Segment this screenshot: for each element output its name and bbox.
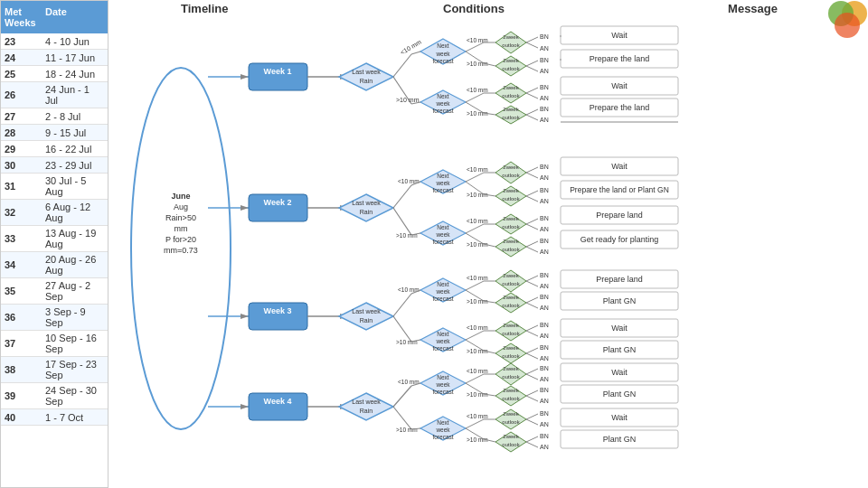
- svg-text:outlook: outlook: [502, 353, 520, 359]
- sidebar-header: MetWeeks Date: [1, 1, 108, 33]
- svg-line-250: [526, 419, 538, 425]
- sidebar-col-date-header: Date: [45, 6, 104, 28]
- sidebar-row: 3420 Aug - 26 Aug: [1, 252, 108, 278]
- svg-text:BN: BN: [540, 187, 549, 193]
- svg-line-172: [526, 276, 538, 281]
- svg-text:Last week: Last week: [352, 200, 381, 206]
- diagram-svg: June Aug Rain>50 mm P for>20 mm=0.73 Wee…: [108, 0, 868, 488]
- svg-line-55: [526, 61, 538, 66]
- svg-text:Plant GN: Plant GN: [603, 435, 637, 444]
- svg-text:forecast: forecast: [432, 108, 453, 114]
- svg-text:outlook: outlook: [502, 442, 520, 447]
- week-number: 32: [5, 207, 45, 218]
- svg-text:2week: 2week: [503, 85, 519, 90]
- svg-line-258: [526, 442, 538, 447]
- svg-text:mm: mm: [175, 224, 188, 233]
- date-range: 23 - 29 Jul: [45, 160, 104, 171]
- date-range: 16 - 22 Jul: [45, 144, 104, 155]
- svg-text:mm=0.73: mm=0.73: [164, 246, 198, 255]
- date-range: 6 Aug - 12 Aug: [45, 202, 104, 223]
- svg-text:Last week: Last week: [352, 399, 381, 405]
- svg-text:BN: BN: [540, 365, 549, 371]
- svg-text:AN: AN: [540, 305, 549, 311]
- svg-text:AN: AN: [540, 198, 549, 204]
- date-range: 17 Sep - 23 Sep: [45, 359, 104, 380]
- week-number: 38: [5, 364, 45, 375]
- svg-text:outlook: outlook: [502, 196, 520, 202]
- svg-line-65: [526, 93, 538, 99]
- svg-text:Plant GN: Plant GN: [603, 345, 637, 354]
- svg-line-114: [526, 173, 538, 178]
- sidebar-row: 289 - 15 Jul: [1, 125, 108, 141]
- svg-text:Aug: Aug: [174, 202, 188, 211]
- sidebar-row: 3527 Aug - 2 Sep: [1, 278, 108, 305]
- svg-text:AN: AN: [540, 95, 549, 101]
- date-range: 24 Sep - 30 Sep: [45, 385, 104, 407]
- svg-line-29: [411, 52, 420, 54]
- svg-text:2week: 2week: [503, 216, 519, 221]
- svg-line-220: [466, 374, 484, 383]
- svg-text:BN: BN: [540, 410, 549, 417]
- svg-line-148: [393, 316, 411, 342]
- svg-text:<10 mm: <10 mm: [467, 413, 488, 419]
- sidebar-row: 3313 Aug - 19 Aug: [1, 226, 108, 252]
- svg-line-188: [526, 325, 538, 331]
- svg-text:Rain: Rain: [360, 317, 373, 324]
- date-range: 1 - 7 Oct: [45, 412, 104, 423]
- sidebar-row: 401 - 7 Oct: [1, 409, 108, 426]
- svg-line-190: [526, 331, 538, 336]
- svg-text:AN: AN: [540, 68, 549, 74]
- svg-text:Rain: Rain: [360, 209, 373, 215]
- week-number: 27: [5, 111, 45, 122]
- svg-line-100: [466, 173, 484, 182]
- svg-text:Week 3: Week 3: [264, 306, 292, 315]
- svg-text:forecast: forecast: [432, 389, 453, 395]
- svg-text:Last week: Last week: [352, 69, 381, 75]
- svg-text:BN: BN: [540, 215, 549, 221]
- svg-line-63: [526, 88, 538, 93]
- svg-text:outlook: outlook: [502, 396, 520, 401]
- svg-line-35: [466, 42, 484, 52]
- svg-line-146: [393, 294, 411, 316]
- svg-text:outlook: outlook: [502, 247, 520, 252]
- sidebar: MetWeeks Date 234 - 10 Jun2411 - 17 Jun2…: [0, 0, 108, 488]
- svg-text:2week: 2week: [503, 388, 519, 393]
- svg-text:2week: 2week: [503, 164, 519, 170]
- svg-text:forecast: forecast: [432, 296, 453, 302]
- week-number: 23: [5, 36, 45, 47]
- svg-text:2week: 2week: [503, 411, 519, 417]
- svg-text:AN: AN: [540, 283, 549, 289]
- week-number: 28: [5, 127, 45, 138]
- svg-text:AN: AN: [540, 174, 549, 181]
- sidebar-row: 272 - 8 Jul: [1, 108, 108, 125]
- svg-text:week: week: [435, 100, 450, 107]
- week-number: 29: [5, 144, 45, 155]
- svg-text:week: week: [435, 180, 450, 186]
- svg-text:2week: 2week: [503, 295, 519, 300]
- date-range: 3 Sep - 9 Sep: [45, 306, 104, 328]
- svg-line-122: [526, 196, 538, 202]
- svg-line-232: [526, 369, 538, 374]
- svg-text:outlook: outlook: [502, 331, 520, 336]
- date-range: 24 Jun - 1 Jul: [45, 84, 104, 106]
- sidebar-row: 2411 - 17 Jun: [1, 50, 108, 66]
- svg-text:Rain: Rain: [360, 408, 373, 414]
- svg-text:week: week: [435, 288, 450, 295]
- svg-text:2week: 2week: [503, 239, 519, 244]
- svg-text:Rain: Rain: [360, 78, 373, 84]
- sidebar-rows: 234 - 10 Jun2411 - 17 Jun2518 - 24 Jun26…: [1, 33, 108, 426]
- svg-text:BN: BN: [540, 322, 549, 328]
- svg-text:forecast: forecast: [432, 239, 453, 245]
- week-number: 39: [5, 390, 45, 401]
- svg-text:outlook: outlook: [502, 115, 520, 120]
- week-number: 25: [5, 69, 45, 80]
- date-range: 4 - 10 Jun: [45, 36, 104, 47]
- date-range: 27 Aug - 2 Sep: [45, 280, 104, 302]
- svg-line-47: [526, 37, 538, 42]
- svg-text:Prepare the land: Prepare the land: [590, 103, 650, 112]
- svg-text:Last week: Last week: [352, 308, 381, 314]
- svg-text:week: week: [435, 381, 450, 388]
- svg-text:2week: 2week: [503, 34, 519, 40]
- svg-text:>10 mm: >10 mm: [396, 339, 418, 345]
- svg-line-240: [526, 390, 538, 396]
